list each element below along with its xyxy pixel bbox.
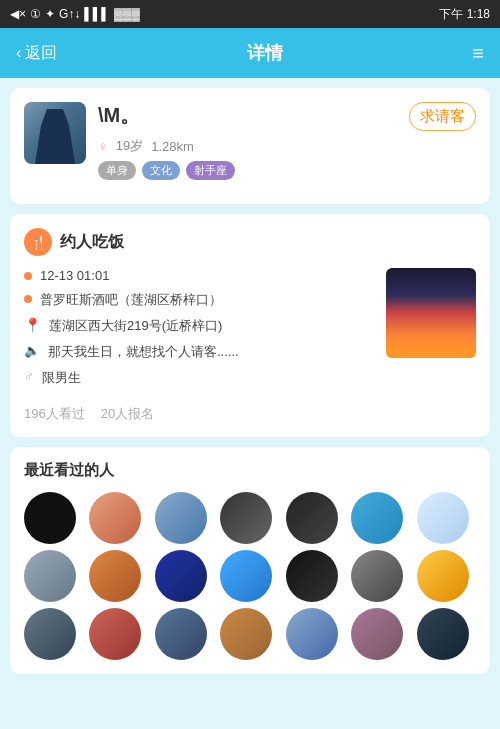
recent-avatar-14[interactable] bbox=[417, 550, 469, 602]
recent-avatar-21[interactable] bbox=[417, 608, 469, 660]
recent-avatar-18[interactable] bbox=[220, 608, 272, 660]
tag-sagittarius: 射手座 bbox=[186, 161, 235, 180]
recent-avatar-17[interactable] bbox=[155, 608, 207, 660]
status-left-icons: ◀× ① ✦ G↑↓ ▌▌▌ ▓▓▓ bbox=[10, 7, 140, 21]
avatar-grid bbox=[24, 492, 476, 660]
description-row: 🔈 那天我生日，就想找个人请客...... bbox=[24, 343, 376, 361]
recent-title: 最近看过的人 bbox=[24, 461, 476, 480]
recent-avatar-4[interactable] bbox=[220, 492, 272, 544]
back-label: 返回 bbox=[25, 43, 57, 64]
views-count: 196人看过 bbox=[24, 405, 85, 423]
venue-row: 普罗旺斯酒吧（莲湖区桥梓口） bbox=[24, 291, 376, 309]
profile-name: \M。 bbox=[98, 102, 235, 129]
food-icon: 🍴 bbox=[24, 228, 52, 256]
profile-card: \M。 ♀ 19岁 1.28km 单身 文化 射手座 求请客 bbox=[10, 88, 490, 204]
recent-avatar-3[interactable] bbox=[155, 492, 207, 544]
gender-icon: ♀ bbox=[98, 139, 108, 154]
activity-header: 🍴 约人吃饭 bbox=[24, 228, 476, 256]
page-title: 详情 bbox=[247, 41, 283, 65]
recent-avatar-10[interactable] bbox=[155, 550, 207, 602]
activity-title: 约人吃饭 bbox=[60, 232, 124, 253]
dot-icon-1 bbox=[24, 272, 32, 280]
avatar[interactable] bbox=[24, 102, 86, 164]
activity-body: 12-13 01:01 普罗旺斯酒吧（莲湖区桥梓口） 📍 莲湖区西大街219号(… bbox=[24, 268, 476, 395]
profile-info: \M。 ♀ 19岁 1.28km 单身 文化 射手座 bbox=[98, 102, 235, 180]
tag-single: 单身 bbox=[98, 161, 136, 180]
profile-tags: 单身 文化 射手座 bbox=[98, 161, 235, 180]
activity-image bbox=[386, 268, 476, 358]
alarm-icon: ① bbox=[30, 7, 41, 21]
profile-distance: 1.28km bbox=[151, 139, 194, 154]
datetime-row: 12-13 01:01 bbox=[24, 268, 376, 283]
nav-bar: ‹ 返回 详情 ≡ bbox=[0, 28, 500, 78]
activity-address: 莲湖区西大街219号(近桥梓口) bbox=[49, 317, 222, 335]
recent-section: 最近看过的人 bbox=[10, 447, 490, 674]
avatar-image bbox=[24, 102, 86, 164]
wifi-icon: ✦ bbox=[45, 7, 55, 21]
back-button[interactable]: ‹ 返回 bbox=[16, 43, 57, 64]
recent-avatar-12[interactable] bbox=[286, 550, 338, 602]
address-row: 📍 莲湖区西大街219号(近桥梓口) bbox=[24, 317, 376, 335]
main-content: \M。 ♀ 19岁 1.28km 单身 文化 射手座 求请客 🍴 bbox=[0, 78, 500, 729]
avatar-silhouette bbox=[35, 109, 75, 164]
activity-card: 🍴 约人吃饭 12-13 01:01 普罗旺斯酒吧（莲湖区桥梓口） 📍 莲湖区西… bbox=[10, 214, 490, 437]
dot-icon-2 bbox=[24, 295, 32, 303]
activity-description: 那天我生日，就想找个人请客...... bbox=[48, 343, 239, 361]
recent-avatar-20[interactable] bbox=[351, 608, 403, 660]
gender-row: ♂ 限男生 bbox=[24, 369, 376, 387]
speaker-icon: 🔈 bbox=[24, 343, 40, 358]
profile-age: 19岁 bbox=[116, 137, 143, 155]
location-icon: 📍 bbox=[24, 317, 41, 333]
activity-details: 12-13 01:01 普罗旺斯酒吧（莲湖区桥梓口） 📍 莲湖区西大街219号(… bbox=[24, 268, 376, 395]
activity-venue: 普罗旺斯酒吧（莲湖区桥梓口） bbox=[40, 291, 222, 309]
signal-icon: G↑↓ bbox=[59, 7, 80, 21]
recent-avatar-1[interactable] bbox=[24, 492, 76, 544]
status-time: 下午 1:18 bbox=[439, 6, 490, 23]
profile-meta: ♀ 19岁 1.28km bbox=[98, 137, 235, 155]
battery-icon: ▓▓▓ bbox=[114, 7, 140, 21]
recent-avatar-5[interactable] bbox=[286, 492, 338, 544]
gender-restrict-icon: ♂ bbox=[24, 369, 34, 384]
recent-avatar-6[interactable] bbox=[351, 492, 403, 544]
recent-avatar-16[interactable] bbox=[89, 608, 141, 660]
profile-top: \M。 ♀ 19岁 1.28km 单身 文化 射手座 求请客 bbox=[24, 102, 476, 180]
registrations-count: 20人报名 bbox=[101, 405, 154, 423]
request-button[interactable]: 求请客 bbox=[409, 102, 476, 131]
recent-avatar-8[interactable] bbox=[24, 550, 76, 602]
recent-avatar-7[interactable] bbox=[417, 492, 469, 544]
recent-avatar-2[interactable] bbox=[89, 492, 141, 544]
recent-avatar-15[interactable] bbox=[24, 608, 76, 660]
activity-datetime: 12-13 01:01 bbox=[40, 268, 109, 283]
recent-avatar-19[interactable] bbox=[286, 608, 338, 660]
profile-left: \M。 ♀ 19岁 1.28km 单身 文化 射手座 bbox=[24, 102, 235, 180]
signal-bars: ▌▌▌ bbox=[84, 7, 110, 21]
activity-stats: 196人看过 20人报名 bbox=[24, 405, 476, 423]
activity-gender: 限男生 bbox=[42, 369, 81, 387]
menu-icon[interactable]: ≡ bbox=[472, 42, 484, 65]
status-bar: ◀× ① ✦ G↑↓ ▌▌▌ ▓▓▓ 下午 1:18 bbox=[0, 0, 500, 28]
back-arrow-icon: ‹ bbox=[16, 44, 21, 62]
recent-avatar-13[interactable] bbox=[351, 550, 403, 602]
volume-icon: ◀× bbox=[10, 7, 26, 21]
recent-avatar-11[interactable] bbox=[220, 550, 272, 602]
tag-culture: 文化 bbox=[142, 161, 180, 180]
recent-avatar-9[interactable] bbox=[89, 550, 141, 602]
activity-image-overlay bbox=[386, 318, 476, 358]
